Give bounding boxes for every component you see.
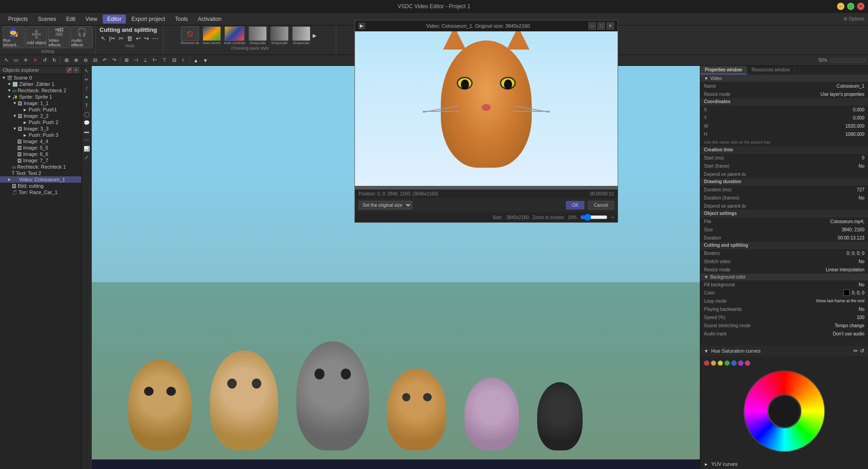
auto-contrast-button[interactable]: Auto contrast bbox=[223, 26, 246, 45]
menu-activation[interactable]: Activation bbox=[193, 15, 226, 24]
menu-projects[interactable]: Projects bbox=[4, 15, 32, 24]
hue-curves-reset[interactable]: ↺ bbox=[860, 348, 864, 354]
color-dot-yellow[interactable] bbox=[718, 360, 723, 366]
move-tool[interactable]: ✛ bbox=[21, 56, 30, 65]
options-label[interactable]: ⚙ Options bbox=[843, 16, 864, 21]
tree-item-text[interactable]: TText: Text 2 bbox=[0, 170, 81, 176]
lts-move[interactable]: ⤢ bbox=[83, 153, 91, 161]
tree-item-image[interactable]: 🖼Image: 6_6 bbox=[0, 151, 81, 157]
cut-selected-tool[interactable]: ✂ bbox=[117, 34, 125, 43]
tab-properties[interactable]: Properties window bbox=[700, 66, 747, 75]
color-dot-orange[interactable] bbox=[711, 360, 716, 366]
color-dot-violet[interactable] bbox=[738, 360, 743, 366]
align-r[interactable]: ⊢ bbox=[150, 56, 160, 65]
color-swatch[interactable] bbox=[843, 289, 850, 296]
select-tool[interactable]: ↖ bbox=[100, 34, 107, 43]
tree-item-rect[interactable]: ▭Rechteck: Rechteck 1 bbox=[0, 164, 81, 170]
audio-effects-button[interactable]: 🎧 Audio effects bbox=[71, 26, 93, 48]
align-c[interactable]: ⊥ bbox=[141, 56, 150, 65]
panel-close[interactable]: ✕ bbox=[73, 67, 79, 73]
cut-tool2[interactable]: ✕ bbox=[30, 56, 40, 65]
tree-item-audio[interactable]: 🎵Ton: Race_Car_1 bbox=[0, 189, 81, 195]
full-view[interactable]: ⊞ bbox=[62, 56, 71, 65]
remove-all-button[interactable]: 🚫 Remove all bbox=[180, 26, 200, 45]
tab-resources[interactable]: Resources window bbox=[747, 66, 795, 75]
undo-tool2[interactable]: ↺ bbox=[40, 56, 49, 65]
delete-tool[interactable]: 🗑 bbox=[125, 34, 134, 43]
zoom-out[interactable]: ⊖ bbox=[81, 56, 90, 65]
section-bg-color[interactable]: ▼ Background color bbox=[700, 274, 868, 280]
lts-pen[interactable]: ✏ bbox=[83, 75, 91, 84]
modal-maximize[interactable]: □ bbox=[598, 22, 605, 30]
lts-bar[interactable]: ▬ bbox=[83, 127, 91, 135]
modal-ok-button[interactable]: OK bbox=[566, 201, 584, 210]
color-dot-red[interactable] bbox=[704, 360, 709, 366]
fit-view[interactable]: ⊟ bbox=[90, 56, 100, 65]
redo-tool[interactable]: ↪ bbox=[143, 34, 150, 43]
align-t[interactable]: ⊤ bbox=[160, 56, 169, 65]
lts-circle-green[interactable]: ● bbox=[83, 93, 91, 101]
zoom-in[interactable]: ⊕ bbox=[71, 56, 80, 65]
menu-editor[interactable]: Editor bbox=[103, 15, 126, 24]
zoom-slider[interactable] bbox=[830, 59, 866, 62]
undo-tool[interactable]: ↩ bbox=[135, 34, 142, 43]
minimize-button[interactable]: ─ bbox=[837, 3, 844, 10]
color-dot-pink[interactable] bbox=[745, 360, 750, 366]
video-effects-button[interactable]: 🎬 Video effects bbox=[48, 26, 70, 48]
snap-grid[interactable]: ⊞ bbox=[122, 56, 131, 65]
modal-cancel-button[interactable]: Cancel bbox=[588, 201, 614, 210]
modal-close[interactable]: ✕ bbox=[607, 22, 614, 30]
align-l[interactable]: ⊣ bbox=[131, 56, 140, 65]
quickstyle-expand[interactable]: ▶ bbox=[313, 33, 320, 39]
more-tool[interactable]: ⋯ bbox=[151, 34, 160, 43]
menu-tools[interactable]: Tools bbox=[170, 15, 192, 24]
modal-progress-bar[interactable] bbox=[355, 186, 618, 190]
color-dot-green[interactable] bbox=[724, 360, 730, 366]
lts-wave[interactable]: 〰 bbox=[83, 136, 91, 144]
tree-item-image[interactable]: 🖼Bild: cutting bbox=[0, 183, 81, 189]
modal-icon[interactable]: ▶ bbox=[359, 23, 365, 29]
align-b[interactable]: ⊦ bbox=[179, 56, 188, 65]
menu-view[interactable]: View bbox=[81, 15, 102, 24]
tree-item-push[interactable]: ►Push: Push1 bbox=[0, 106, 81, 113]
zoom-range[interactable] bbox=[580, 214, 608, 221]
close-button[interactable]: ✕ bbox=[857, 3, 864, 10]
tree-item-sprite[interactable]: ▼✨Sprite: Sprite 1 bbox=[0, 94, 81, 100]
tree-item-image[interactable]: 🖼Image: 7_7 bbox=[0, 157, 81, 164]
tree-item-image[interactable]: ▼🖼Image: 1_1 bbox=[0, 100, 81, 106]
grayscale3-button[interactable]: Grayscale bbox=[291, 26, 311, 45]
cut-at-pos-tool[interactable]: |✂ bbox=[108, 34, 117, 43]
tree-item-image[interactable]: 🖼Image: 4_4 bbox=[0, 138, 81, 145]
grayscale1-button[interactable]: Grayscale bbox=[247, 26, 268, 45]
tree-item-counter[interactable]: ▼🔢Zähler: Zähler 1 bbox=[0, 81, 81, 87]
tree-item-video[interactable]: ►🎥Video: Colosseum_1 bbox=[0, 176, 81, 183]
yuv-curves-header[interactable]: ► YUV curves bbox=[700, 459, 868, 469]
lts-arrow[interactable]: ↖ bbox=[83, 67, 91, 75]
tree-item-image[interactable]: ▼🖼Image: 3_3 bbox=[0, 125, 81, 132]
tree-item-push[interactable]: ►Push: Push 3 bbox=[0, 132, 81, 138]
color-dot-blue[interactable] bbox=[731, 360, 737, 366]
tree-item-image[interactable]: ▼🖼Image: 2_2 bbox=[0, 113, 81, 119]
set-original-select[interactable]: Set the original size bbox=[359, 201, 412, 210]
auto-levels-button[interactable]: Auto levels bbox=[201, 26, 222, 45]
menu-edit[interactable]: Edit bbox=[61, 15, 80, 24]
tree-item-rect[interactable]: ▼▭Rechteck: Rechteck 2 bbox=[0, 87, 81, 94]
lts-shape[interactable]: ◯ bbox=[83, 110, 91, 118]
align-m[interactable]: ⊟ bbox=[170, 56, 179, 65]
add-object-button[interactable]: ➕ Add object bbox=[25, 26, 47, 48]
tree-item-scene[interactable]: ▼🎬Scene 0 bbox=[0, 75, 81, 81]
lts-graph[interactable]: 📊 bbox=[83, 145, 91, 153]
lts-bubble[interactable]: 💬 bbox=[83, 119, 91, 127]
lts-line[interactable]: / bbox=[83, 84, 91, 92]
maximize-button[interactable]: □ bbox=[847, 3, 854, 10]
section-video[interactable]: ▼ Video bbox=[700, 75, 868, 82]
rotate-cw[interactable]: ↷ bbox=[110, 56, 119, 65]
menu-scenes[interactable]: Scenes bbox=[33, 15, 60, 24]
arrow-tool[interactable]: ↖ bbox=[2, 56, 11, 65]
down-arrow[interactable]: ▼ bbox=[201, 56, 210, 65]
menu-export[interactable]: Export project bbox=[127, 15, 170, 24]
tree-item-push[interactable]: ►Push: Push 2 bbox=[0, 119, 81, 125]
color-wheel[interactable] bbox=[743, 370, 825, 452]
modal-minimize[interactable]: ─ bbox=[589, 22, 596, 30]
rect-select-tool[interactable]: ▭ bbox=[11, 56, 20, 65]
